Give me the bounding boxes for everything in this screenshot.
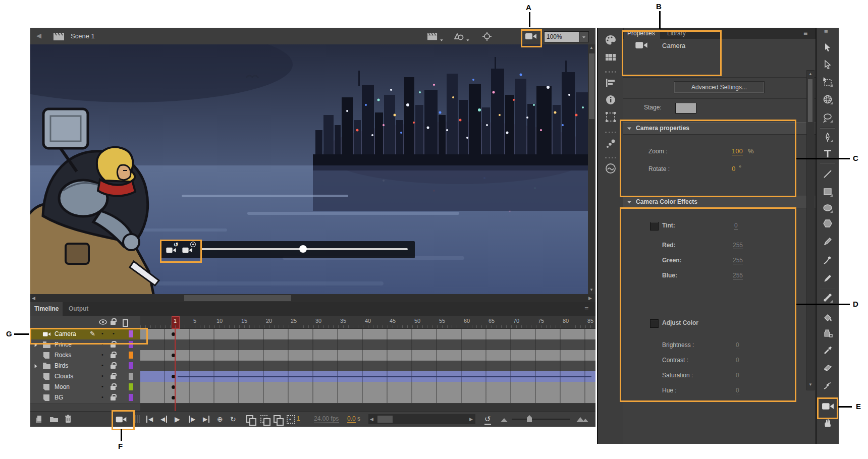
text-tool[interactable] (822, 148, 833, 159)
scroll-down-icon[interactable]: ▼ (808, 382, 812, 387)
zoom-level-dropdown-button[interactable] (579, 31, 589, 42)
blue-value[interactable]: 255 (733, 272, 743, 279)
subselection-tool[interactable] (822, 59, 833, 70)
visibility-dot[interactable]: • (101, 373, 103, 379)
step-forward-button[interactable]: ▶ (189, 416, 195, 423)
lock-dot[interactable]: • (113, 330, 115, 336)
swatches-icon[interactable] (605, 52, 617, 63)
frames-prince[interactable] (140, 339, 595, 351)
new-layer-button[interactable] (35, 415, 43, 423)
saturation-value[interactable]: 0 (736, 372, 739, 379)
center-stage-icon[interactable] (481, 31, 493, 41)
layer-color-swatch[interactable] (129, 341, 133, 348)
step-back-button[interactable]: ◀ (160, 416, 167, 423)
lock-icon[interactable] (111, 386, 116, 390)
camera-zoom-slider-thumb[interactable] (299, 245, 307, 253)
back-arrow-icon[interactable]: ◀ (36, 32, 41, 39)
play-button[interactable]: ▶ (175, 415, 180, 423)
hand-tool[interactable] (822, 417, 833, 428)
edit-symbols-icon[interactable] (453, 31, 465, 42)
layer-row-camera[interactable]: Camera ✎ • • (30, 329, 140, 340)
frames-birds[interactable] (140, 361, 595, 372)
go-to-last-frame-button[interactable]: ▶ (203, 416, 209, 423)
layer-row-clouds[interactable]: Clouds • (30, 371, 140, 382)
eraser-tool[interactable] (822, 362, 833, 373)
frames-bg[interactable] (140, 392, 595, 404)
visibility-dot[interactable]: • (101, 330, 103, 336)
layer-color-swatch[interactable] (129, 352, 133, 359)
center-frame-button[interactable]: ⊕ (217, 415, 223, 423)
stage-horizontal-scrollbar[interactable]: ◀ ▶ (30, 294, 595, 302)
frames-rocks[interactable] (140, 350, 595, 361)
folder-expand-icon[interactable] (35, 364, 37, 368)
scroll-up-icon[interactable]: ▲ (589, 45, 593, 50)
adjust-color-checkbox[interactable] (650, 319, 659, 328)
line-tool[interactable] (822, 168, 833, 180)
visibility-dot[interactable]: • (101, 341, 103, 347)
scroll-left-icon[interactable]: ◀ (32, 296, 35, 301)
camera-tool[interactable] (822, 402, 834, 411)
frame-ruler[interactable]: 1 5 10 15 20 25 30 35 40 45 50 55 60 65 … (140, 316, 595, 329)
ink-bottle-tool[interactable] (822, 328, 833, 339)
section-header-camera-color-effects[interactable]: Camera Color Effects (623, 196, 816, 208)
layer-color-swatch[interactable] (129, 383, 133, 390)
bone-tool[interactable] (822, 292, 833, 303)
tab-properties[interactable]: Properties (624, 28, 660, 39)
align-icon[interactable] (605, 77, 617, 88)
paint-bucket-tool[interactable] (822, 312, 833, 323)
green-value[interactable]: 255 (733, 257, 743, 264)
folder-expand-icon[interactable] (35, 343, 37, 347)
layer-row-rocks[interactable]: Rocks • (30, 350, 140, 361)
scrollbar-thumb[interactable] (808, 79, 812, 122)
add-camera-button[interactable] (115, 416, 127, 423)
stage-color-swatch[interactable] (675, 103, 696, 113)
layer-color-swatch[interactable] (129, 362, 133, 369)
tab-library[interactable]: Library (665, 28, 693, 39)
zoom-value[interactable]: 100 (732, 147, 743, 155)
scroll-up-icon[interactable]: ▲ (808, 72, 812, 76)
pencil-tool[interactable] (822, 236, 833, 247)
layer-row-bg[interactable]: BG • (30, 392, 140, 404)
visibility-dot[interactable]: • (101, 394, 103, 400)
modify-markers-button[interactable]: • (287, 415, 295, 424)
playhead-line[interactable] (175, 328, 176, 411)
camera-zoom-icon[interactable] (182, 247, 193, 254)
layer-row-birds[interactable]: Birds • (30, 361, 140, 372)
tools-panel-menu-icon[interactable]: ≡ (824, 28, 828, 35)
red-value[interactable]: 255 (733, 242, 743, 249)
delete-layer-button[interactable] (65, 415, 72, 423)
visibility-dot[interactable]: • (101, 352, 103, 358)
layer-color-swatch[interactable] (129, 394, 133, 401)
edit-multiple-frames-button[interactable] (274, 415, 281, 423)
rectangle-tool[interactable] (822, 186, 833, 197)
tab-timeline[interactable]: Timeline (30, 302, 63, 316)
visibility-dot[interactable]: • (101, 362, 103, 368)
lock-icon[interactable] (111, 375, 116, 379)
show-hide-all-layers-icon[interactable] (99, 319, 107, 325)
edit-scene-icon[interactable] (426, 31, 439, 41)
scene-name[interactable]: Scene 1 (71, 32, 95, 40)
tint-checkbox[interactable] (650, 222, 659, 231)
new-folder-button[interactable] (49, 416, 59, 423)
stage-vertical-scrollbar[interactable]: ▲ ▼ (588, 44, 595, 294)
layer-color-swatch[interactable] (129, 373, 133, 380)
polygon-tool[interactable] (822, 218, 833, 229)
selection-tool[interactable] (822, 42, 833, 53)
timeline-panel-menu-icon[interactable]: ≡ (584, 305, 588, 313)
color-palette-icon[interactable] (605, 34, 617, 45)
asset-warp-tool[interactable] (822, 380, 833, 391)
camera-toolbar-icon[interactable] (525, 32, 537, 40)
layer-color-swatch[interactable] (129, 330, 133, 337)
classic-brush-tool[interactable] (822, 273, 833, 284)
tab-output[interactable]: Output (63, 302, 95, 316)
tint-value[interactable]: 0 (734, 222, 738, 230)
scroll-right-icon[interactable]: ▶ (588, 296, 592, 301)
pen-tool[interactable] (822, 132, 833, 143)
lock-all-layers-icon[interactable] (111, 321, 116, 325)
paint-brush-tool[interactable] (822, 255, 833, 266)
edit-symbols-dropdown-icon[interactable] (466, 39, 469, 41)
reset-timeline-zoom-button[interactable]: ↺ (484, 415, 491, 425)
zoom-level-field[interactable]: 100% (544, 31, 579, 42)
timeline-zoom-slider-track[interactable] (512, 419, 570, 420)
onion-skin-button[interactable] (246, 415, 253, 423)
